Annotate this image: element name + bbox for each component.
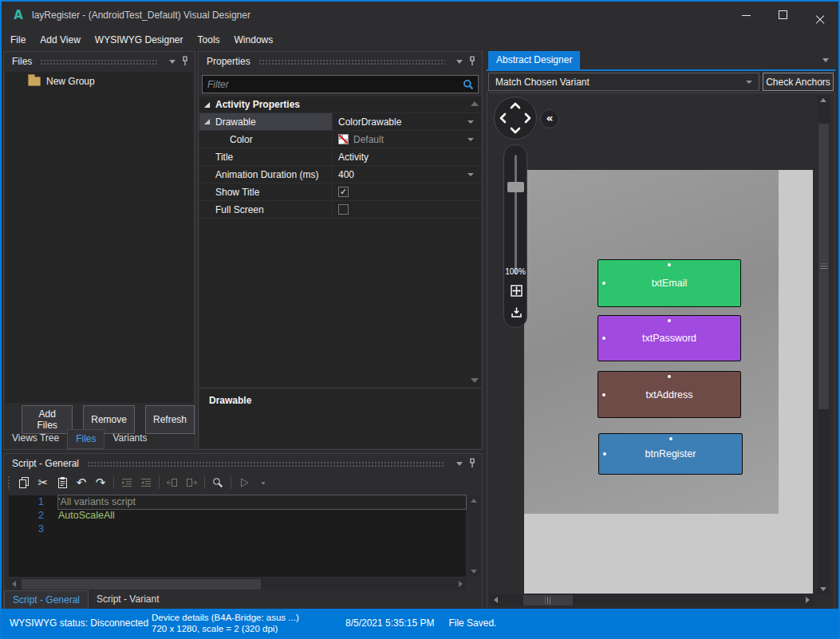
find-icon[interactable] [208, 474, 227, 491]
scroll-left-icon[interactable] [12, 581, 16, 587]
code-editor[interactable]: 1'All variants script2AutoScaleAll3 [9, 495, 466, 577]
designer-horizontal-scrollbar[interactable] [490, 594, 814, 606]
redo-icon[interactable]: ↷ [91, 474, 110, 491]
property-row-drawable[interactable]: DrawableColorDrawable [199, 113, 481, 131]
fit-to-screen-button[interactable] [507, 282, 525, 299]
zoom-slider-track[interactable] [515, 155, 517, 274]
tree-item-new-group[interactable]: New Group [6, 72, 193, 87]
panel-menu-icon[interactable] [822, 58, 829, 62]
files-panel-title: Files [12, 56, 32, 67]
property-value[interactable]: ✓ [332, 183, 481, 200]
property-value[interactable]: 400 [332, 166, 481, 183]
editor-vertical-scrollbar[interactable] [468, 495, 480, 577]
scroll-thumb[interactable] [523, 595, 573, 605]
check-anchors-button[interactable]: Check Anchors [763, 73, 834, 91]
variant-selector[interactable]: Match Chosen Variant [488, 73, 759, 91]
scroll-thumb[interactable] [22, 579, 261, 590]
minimize-button[interactable] [728, 2, 765, 29]
shift-left-icon[interactable] [163, 474, 182, 491]
panel-grip[interactable] [40, 59, 158, 65]
collapse-icon[interactable]: « [540, 109, 559, 128]
tab-script-variant[interactable]: Script - Variant [89, 590, 167, 609]
property-value[interactable]: Activity [332, 148, 481, 165]
close-button[interactable] [802, 2, 838, 29]
grid-scroll-down-icon[interactable] [471, 378, 479, 383]
menu-item-windows[interactable]: Windows [227, 31, 281, 49]
scroll-up-icon[interactable] [820, 98, 826, 102]
expander-icon[interactable] [203, 118, 211, 125]
designer-vertical-scrollbar[interactable] [818, 95, 830, 594]
property-value[interactable] [332, 201, 481, 218]
copy-icon[interactable] [14, 474, 34, 491]
pin-icon[interactable] [467, 56, 477, 67]
code-line-1: 1'All variants script [9, 495, 466, 509]
view-txtemail[interactable]: txtEmail [597, 259, 741, 307]
menu-item-file[interactable]: File [3, 31, 33, 49]
tab-files[interactable]: Files [67, 429, 105, 449]
indent-icon[interactable] [117, 474, 136, 491]
code-text: 'All variants script [58, 495, 466, 509]
panel-menu-icon[interactable] [169, 60, 175, 64]
toolbar-overflow-icon[interactable] [254, 474, 273, 491]
checkbox-full-screen[interactable] [338, 204, 349, 215]
scroll-down-icon[interactable] [820, 587, 826, 591]
scroll-down-icon[interactable] [471, 570, 477, 574]
panel-menu-icon[interactable] [456, 60, 463, 64]
tab-script-general[interactable]: Script - General [4, 590, 89, 609]
scroll-left-icon[interactable] [494, 597, 498, 603]
panel-grip[interactable] [258, 59, 445, 65]
view-txtaddress[interactable]: txtAddress [597, 371, 741, 418]
undo-icon[interactable]: ↶ [72, 474, 91, 491]
menu-item-wysiwyg-designer[interactable]: WYSIWYG Designer [88, 31, 191, 49]
script-panel-title: Script - General [12, 458, 79, 469]
properties-filter-input[interactable] [203, 76, 459, 93]
scroll-thumb[interactable] [818, 124, 829, 409]
zoom-slider-handle[interactable] [507, 182, 524, 192]
property-group-header[interactable]: Activity Properties [199, 97, 481, 113]
panel-grip[interactable] [87, 461, 445, 467]
expander-icon[interactable] [203, 101, 211, 108]
properties-grid: Activity Properties DrawableColorDrawabl… [199, 97, 481, 388]
scroll-up-icon[interactable] [471, 499, 477, 503]
menu-item-tools[interactable]: Tools [191, 31, 227, 49]
outdent-icon[interactable] [136, 474, 156, 491]
property-value[interactable]: Default [332, 131, 481, 148]
files-tree: New Group [6, 72, 193, 403]
import-layout-button[interactable] [507, 303, 525, 321]
property-row-color[interactable]: ColorDefault [199, 131, 481, 148]
maximize-button[interactable] [765, 2, 802, 29]
scroll-right-icon[interactable] [459, 581, 463, 587]
tab-views-tree[interactable]: Views Tree [4, 429, 67, 449]
property-value[interactable]: ColorDrawable [332, 113, 481, 130]
shift-right-icon[interactable] [182, 474, 201, 491]
chevron-down-icon[interactable] [467, 120, 474, 124]
editor-horizontal-scrollbar[interactable] [9, 578, 466, 590]
tab-variants[interactable]: Variants [105, 429, 155, 449]
grid-scroll-up-icon[interactable] [471, 101, 479, 106]
pan-dpad[interactable] [494, 97, 537, 140]
scroll-right-icon[interactable] [806, 597, 810, 603]
property-row-animation-duration-ms[interactable]: Animation Duration (ms)400 [199, 166, 481, 183]
pin-icon[interactable] [180, 56, 190, 67]
menu-item-add-view[interactable]: Add View [33, 31, 87, 49]
chevron-down-icon[interactable] [467, 173, 474, 176]
tab-abstract-designer[interactable]: Abstract Designer [488, 51, 580, 69]
pin-icon[interactable] [467, 458, 477, 469]
code-text [58, 523, 466, 536]
paste-icon[interactable] [53, 474, 72, 491]
zoom-slider-box: 100% [503, 144, 527, 328]
toolbar-grip[interactable] [7, 475, 11, 490]
cut-icon[interactable]: ✂ [34, 474, 53, 491]
property-row-full-screen[interactable]: Full Screen [199, 201, 481, 219]
wysiwyg-status: WYSIWYG status: Disconnected [10, 617, 152, 629]
panel-menu-icon[interactable] [456, 462, 463, 466]
checkbox-show-title[interactable]: ✓ [338, 187, 349, 197]
chevron-down-icon[interactable] [467, 138, 474, 141]
view-txtpassword[interactable]: txtPassword [597, 315, 741, 361]
properties-panel: Properties Activity Properties DrawableC… [198, 51, 483, 450]
search-icon[interactable] [459, 76, 478, 93]
view-btnregister[interactable]: btnRegister [598, 433, 743, 475]
run-icon[interactable] [235, 474, 254, 491]
property-row-title[interactable]: TitleActivity [199, 148, 481, 166]
property-row-show-title[interactable]: Show Title✓ [199, 183, 481, 201]
